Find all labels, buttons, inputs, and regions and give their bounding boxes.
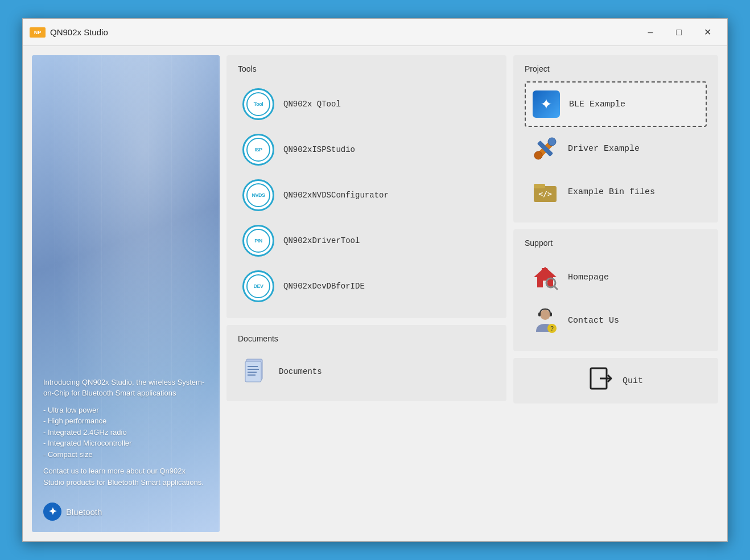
project-label-ble: BLE Example — [569, 100, 625, 109]
svg-rect-4 — [248, 372, 257, 373]
tool-icon-qtool: Tool — [242, 88, 274, 120]
right-column: Project ✦ BLE Example — [513, 55, 718, 532]
support-title: Support — [525, 238, 707, 248]
tool-label-dev: QN902xDevDBforIDE — [283, 282, 365, 291]
project-item-driver[interactable]: Driver Example — [525, 127, 707, 170]
svg-rect-14 — [542, 268, 547, 274]
project-item-binfiles[interactable]: </> Example Bin files — [525, 170, 707, 213]
svg-rect-2 — [248, 366, 258, 367]
maximize-button[interactable]: □ — [666, 23, 692, 42]
window-controls: – □ ✕ — [637, 23, 720, 42]
tool-item-pin[interactable]: PIN QN902xDriverTool — [238, 218, 495, 263]
tool-label-pin: QN902xDriverTool — [283, 236, 360, 245]
svg-rect-3 — [248, 369, 259, 370]
svg-line-16 — [554, 286, 558, 290]
tools-panel: Tools Tool QN902x QTool ISP QN902xISPSt — [226, 55, 506, 318]
quit-label: Quit — [623, 376, 643, 386]
doc-item-documents[interactable]: Documents — [238, 351, 495, 392]
left-panel: Introducing QN902x Studio, the wireless … — [32, 55, 220, 532]
doc-label-documents: Documents — [279, 367, 322, 376]
svg-rect-18 — [538, 312, 541, 316]
tool-icon-pin: PIN — [242, 225, 274, 257]
contact-icon: ? — [531, 307, 559, 334]
bluetooth-logo: ✦ Bluetooth — [43, 503, 208, 521]
svg-rect-11 — [534, 184, 545, 188]
content-area: Introducing QN902x Studio, the wireless … — [23, 46, 727, 541]
project-label-driver: Driver Example — [568, 144, 640, 154]
svg-text:?: ? — [550, 326, 554, 332]
tool-icon-isp: ISP — [242, 134, 274, 166]
left-panel-text: Introducing QN902x Studio, the wireless … — [43, 377, 208, 494]
main-area: Tools Tool QN902x QTool ISP QN902xISPSt — [226, 55, 718, 532]
svg-rect-5 — [248, 374, 256, 376]
ble-icon: ✦ — [533, 90, 560, 118]
documents-icon — [242, 358, 270, 385]
quit-icon — [588, 366, 613, 396]
minimize-button[interactable]: – — [637, 23, 664, 42]
close-button[interactable]: ✕ — [694, 23, 720, 42]
main-window: NP QN902x Studio – □ ✕ Introducing QN902… — [22, 18, 728, 542]
support-item-homepage[interactable]: Homepage — [525, 256, 707, 299]
svg-point-7 — [534, 151, 542, 159]
project-title: Project — [525, 64, 707, 73]
documents-panel: Documents — [226, 325, 506, 401]
tool-icon-nvds: NVDS — [242, 179, 274, 211]
svg-text:</>: </> — [538, 190, 552, 198]
project-panel: Project ✦ BLE Example — [513, 55, 718, 223]
tools-title: Tools — [238, 64, 495, 73]
documents-title: Documents — [238, 334, 495, 343]
svg-point-17 — [540, 310, 550, 320]
project-item-ble[interactable]: ✦ BLE Example — [525, 81, 707, 127]
tool-item-dev[interactable]: DEV QN902xDevDBforIDE — [238, 263, 495, 309]
tool-item-qtool[interactable]: Tool QN902x QTool — [238, 81, 495, 127]
app-logo: NP — [30, 27, 46, 38]
quit-content: Quit — [588, 366, 643, 396]
bluetooth-icon: ✦ — [43, 503, 61, 521]
support-panel: Support — [513, 229, 718, 351]
svg-point-8 — [548, 138, 556, 146]
intro-text: Introducing QN902x Studio, the wireless … — [43, 377, 208, 399]
quit-panel[interactable]: Quit — [513, 358, 718, 403]
tool-label-isp: QN902xISPStudio — [283, 145, 355, 154]
binfiles-icon: </> — [531, 178, 559, 205]
tool-item-isp[interactable]: ISP QN902xISPStudio — [238, 127, 495, 172]
homepage-icon — [531, 263, 559, 291]
support-label-homepage: Homepage — [568, 273, 609, 282]
support-item-contact[interactable]: ? Contact Us — [525, 299, 707, 342]
support-label-contact: Contact Us — [568, 316, 619, 326]
titlebar: NP QN902x Studio – □ ✕ — [23, 19, 727, 46]
tool-label-qtool: QN902x QTool — [283, 100, 341, 109]
tool-item-nvds[interactable]: NVDS QN902xNVDSConfigurator — [238, 172, 495, 218]
driver-icon — [531, 135, 559, 162]
features-text: - Ultra low power- High performance- Int… — [43, 405, 208, 460]
contact-text: Contact us to learn more about our Qn902… — [43, 466, 208, 488]
bluetooth-label: Bluetooth — [66, 507, 102, 517]
project-label-binfiles: Example Bin files — [568, 187, 655, 197]
window-title: QN902x Studio — [50, 27, 637, 37]
tool-icon-dev: DEV — [242, 270, 274, 302]
center-column: Tools Tool QN902x QTool ISP QN902xISPSt — [226, 55, 506, 532]
svg-rect-19 — [550, 312, 552, 316]
tool-label-nvds: QN902xNVDSConfigurator — [283, 191, 389, 200]
